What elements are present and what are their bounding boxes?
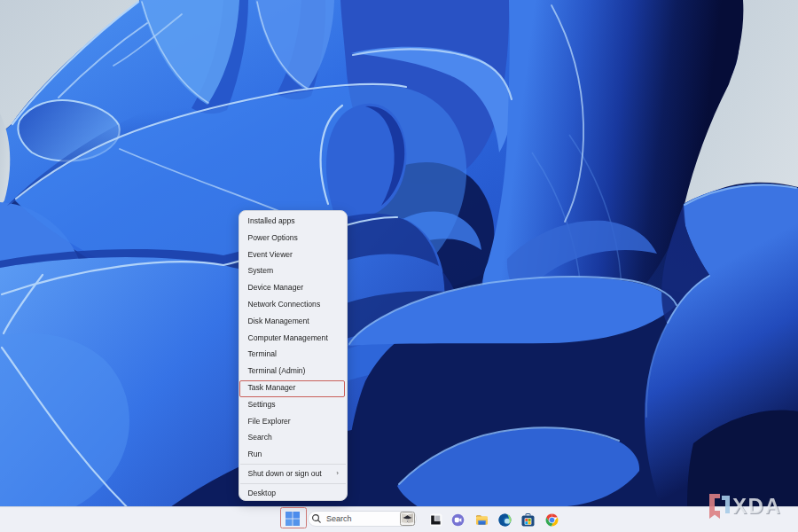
svg-text:XDA: XDA (732, 494, 781, 518)
